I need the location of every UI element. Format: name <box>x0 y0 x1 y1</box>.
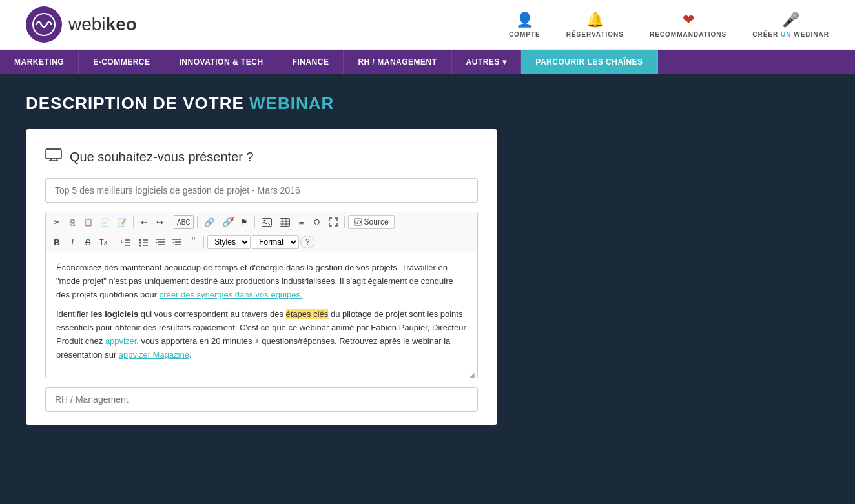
webinar-title-input[interactable] <box>45 178 478 203</box>
svg-point-6 <box>263 219 265 221</box>
link-button[interactable]: 🔗 <box>201 215 218 229</box>
paste-word-button[interactable]: 📝 <box>114 215 130 229</box>
nav-recommandations[interactable]: ❤ RECOMMANDATIONS <box>650 12 726 38</box>
cat-nav-ecommerce[interactable]: E-COMMERCE <box>79 50 165 74</box>
editor-content-area[interactable]: Économisez dès maintenant beaucoup de te… <box>46 252 477 378</box>
cat-nav-finance[interactable]: FINANCE <box>278 50 344 74</box>
header-nav: 👤 COMPTE 🔔 RÉSERVATIONS ❤ RECOMMANDATION… <box>509 12 829 38</box>
indent-button[interactable] <box>152 235 168 249</box>
source-label: Source <box>364 217 389 227</box>
paste-button[interactable]: 📋 <box>81 215 96 229</box>
unlink-button[interactable]: 🔗✗ <box>219 215 236 229</box>
rich-text-editor: ✂ ⎘ 📋 📄 📝 ↩ ↪ ABC 🔗 🔗✗ ⚑ <box>45 212 478 378</box>
nav-creer-webinar[interactable]: 🎤 CRÉER UN WEBINAR <box>752 12 829 38</box>
svg-point-18 <box>139 241 141 243</box>
svg-point-17 <box>139 239 141 241</box>
flag-button[interactable]: ⚑ <box>237 215 251 229</box>
editor-paragraph-1: Économisez dès maintenant beaucoup de te… <box>56 261 467 301</box>
cat-nav-autres[interactable]: AUTRES ▾ <box>452 50 522 74</box>
styles-select[interactable]: Styles <box>207 235 251 249</box>
blockquote-button[interactable]: " <box>186 235 200 249</box>
svg-point-19 <box>139 244 141 246</box>
bell-icon: 🔔 <box>586 12 604 28</box>
logiciels-bold: les logiciels <box>90 309 138 319</box>
nav-compte[interactable]: 👤 COMPTE <box>509 12 541 38</box>
italic-button[interactable]: I <box>65 235 79 249</box>
toolbar-row-1: ✂ ⎘ 📋 📄 📝 ↩ ↪ ABC 🔗 🔗✗ ⚑ <box>46 212 477 232</box>
nav-recommandations-label: RECOMMANDATIONS <box>650 31 726 38</box>
svg-text:1.: 1. <box>121 239 124 243</box>
editor-paragraph-2: Identifier les logiciels qui vous corres… <box>56 308 467 361</box>
nav-compte-label: COMPTE <box>509 31 541 38</box>
separator-5 <box>344 216 345 228</box>
format-select[interactable]: Format <box>252 235 299 249</box>
clear-format-button[interactable]: Tx <box>96 235 110 249</box>
outdent-button[interactable] <box>169 235 185 249</box>
etapes-highlight: étapes clés <box>286 309 329 319</box>
undo-button[interactable]: ↩ <box>137 215 151 229</box>
paste-text-button[interactable]: 📄 <box>98 215 113 229</box>
special-char-button[interactable]: Ω <box>310 215 324 229</box>
fullscreen-button[interactable] <box>325 215 341 229</box>
separator-2 <box>170 216 170 228</box>
separator-1 <box>133 216 134 228</box>
appvizer-link-1[interactable]: appvizer <box>105 336 136 346</box>
page-title: DESCRIPTION DE VOTRE WEBINAR <box>26 94 829 114</box>
ordered-list-button[interactable]: 1. <box>118 235 134 249</box>
separator-6 <box>114 236 114 248</box>
nav-creer-label: CRÉER UN WEBINAR <box>752 31 829 38</box>
image-button[interactable] <box>258 215 275 229</box>
align-button[interactable]: ≡ <box>294 215 309 229</box>
bold-button[interactable]: B <box>50 235 64 249</box>
separator-4 <box>254 216 255 228</box>
person-icon: 👤 <box>516 12 533 28</box>
separator-7 <box>203 236 204 248</box>
resize-handle[interactable]: ◢ <box>469 370 476 376</box>
mic-icon: 🎤 <box>782 12 799 28</box>
spellcheck-button[interactable]: ABC <box>174 215 194 229</box>
source-button[interactable]: Source <box>348 215 395 229</box>
svg-rect-1 <box>46 149 61 159</box>
synergies-link[interactable]: créer des synergies dans vos équipes. <box>160 290 303 299</box>
cat-nav-parcourir[interactable]: PARCOURIR LES CHAÎNES <box>521 50 657 74</box>
appvizer-magazine-link[interactable]: appvizer Magazine <box>119 350 189 359</box>
nav-reservations[interactable]: 🔔 RÉSERVATIONS <box>566 12 624 38</box>
logo-icon <box>26 6 62 43</box>
page-background: DESCRIPTION DE VOTRE WEBINAR Que souhait… <box>0 74 855 494</box>
copy-button[interactable]: ⎘ <box>65 215 79 229</box>
unordered-list-button[interactable] <box>135 235 151 249</box>
category-input[interactable] <box>45 387 478 412</box>
redo-button[interactable]: ↪ <box>152 215 167 229</box>
separator-3 <box>197 216 198 228</box>
description-card: Que souhaitez-vous présenter ? ✂ ⎘ 📋 📄 📝… <box>26 129 497 425</box>
section-heading-text: Que souhaitez-vous présenter ? <box>70 150 254 165</box>
nav-reservations-label: RÉSERVATIONS <box>566 31 624 38</box>
heart-icon: ❤ <box>683 12 694 28</box>
monitor-icon <box>45 148 62 165</box>
svg-rect-7 <box>280 218 289 226</box>
cat-nav-innovation[interactable]: INNOVATION & TECH <box>165 50 278 74</box>
section-heading: Que souhaitez-vous présenter ? <box>45 148 478 165</box>
help-button[interactable]: ? <box>300 236 314 248</box>
toolbar-row-2: B I S Tx 1. " St <box>46 232 477 252</box>
category-nav: MARKETING E-COMMERCE INNOVATION & TECH F… <box>0 50 855 74</box>
cat-nav-marketing[interactable]: MARKETING <box>0 50 79 74</box>
table-button[interactable] <box>276 215 293 229</box>
logo-text: webikeo <box>68 14 137 35</box>
logo-area: webikeo <box>26 6 137 43</box>
strikethrough-button[interactable]: S <box>81 235 95 249</box>
cat-nav-rh[interactable]: RH / MANAGEMENT <box>344 50 451 74</box>
header: webikeo 👤 COMPTE 🔔 RÉSERVATIONS ❤ RECOMM… <box>0 0 855 50</box>
cut-button[interactable]: ✂ <box>50 215 64 229</box>
